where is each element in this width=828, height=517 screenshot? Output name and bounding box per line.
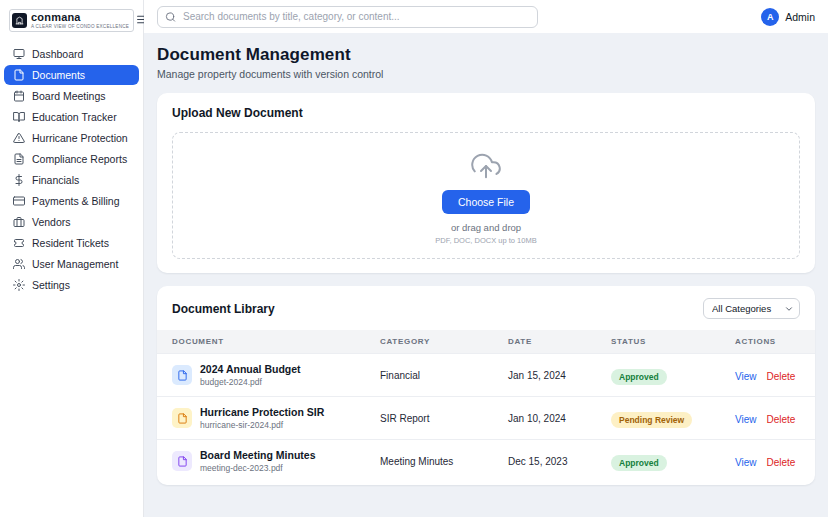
library-header: Document Library All Categories	[157, 286, 815, 330]
report-icon	[13, 153, 25, 165]
sidebar-item-resident-tickets[interactable]: Resident Tickets	[4, 233, 139, 253]
column-header-category: Category	[372, 330, 500, 354]
sidebar-item-label: Dashboard	[32, 48, 83, 60]
document-date: Dec 15, 2023	[500, 440, 603, 483]
file-icon	[172, 365, 192, 385]
sidebar-item-label: Settings	[32, 279, 70, 291]
view-link[interactable]: View	[735, 414, 757, 425]
column-header-document: Document	[157, 330, 372, 354]
upload-card-title: Upload New Document	[172, 106, 800, 120]
brand[interactable]: conmana A CLEAR VIEW OF CONDO EXCELLENCE	[9, 9, 134, 32]
dashboard-icon	[13, 48, 25, 60]
sidebar-item-label: Resident Tickets	[32, 237, 109, 249]
page-title: Document Management	[157, 45, 815, 65]
alert-triangle-icon	[13, 132, 25, 144]
sidebar-item-education-tracker[interactable]: Education Tracker	[4, 107, 139, 127]
sidebar-item-label: Compliance Reports	[32, 153, 127, 165]
document-category: Meeting Minutes	[372, 440, 500, 483]
book-icon	[13, 111, 25, 123]
brand-name: conmana	[31, 12, 129, 23]
search-input[interactable]	[157, 6, 538, 28]
document-filename: meeting-dec-2023.pdf	[200, 463, 316, 473]
user-menu[interactable]: A Admin	[761, 8, 815, 26]
search-icon	[165, 11, 176, 22]
sidebar-item-label: Vendors	[32, 216, 71, 228]
documents-table: DocumentCategoryDateStatusActions 2024 A…	[157, 330, 815, 482]
search-box	[157, 6, 538, 28]
content: Document Management Manage property docu…	[144, 33, 828, 517]
sidebar-item-financials[interactable]: Financials	[4, 170, 139, 190]
sidebar-item-label: Hurricane Protection	[32, 132, 128, 144]
column-header-status: Status	[603, 330, 727, 354]
briefcase-icon	[13, 216, 25, 228]
users-icon	[13, 258, 25, 270]
sidebar-item-user-management[interactable]: User Management	[4, 254, 139, 274]
topbar: A Admin	[144, 0, 828, 33]
category-filter: All Categories	[703, 298, 800, 319]
sidebar-item-label: Board Meetings	[32, 90, 106, 102]
sidebar-item-compliance-reports[interactable]: Compliance Reports	[4, 149, 139, 169]
table-row: Board Meeting Minutesmeeting-dec-2023.pd…	[157, 440, 815, 483]
sidebar-item-label: Payments & Billing	[32, 195, 120, 207]
sidebar-nav: DashboardDocumentsBoard MeetingsEducatio…	[0, 44, 143, 295]
sidebar-item-label: Financials	[32, 174, 79, 186]
delete-link[interactable]: Delete	[767, 414, 796, 425]
sidebar-item-label: Education Tracker	[32, 111, 117, 123]
avatar: A	[761, 8, 779, 26]
upload-cloud-icon	[471, 151, 501, 181]
view-link[interactable]: View	[735, 457, 757, 468]
sidebar-item-hurricane-protection[interactable]: Hurricane Protection	[4, 128, 139, 148]
document-title: Hurricane Protection SIR	[200, 406, 324, 418]
brand-text: conmana A CLEAR VIEW OF CONDO EXCELLENCE	[31, 12, 129, 29]
file-icon	[172, 408, 192, 428]
main-column: A Admin Document Management Manage prope…	[144, 0, 828, 517]
sidebar-item-payments-billing[interactable]: Payments & Billing	[4, 191, 139, 211]
gear-icon	[13, 279, 25, 291]
credit-card-icon	[13, 195, 25, 207]
file-icon	[172, 451, 192, 471]
status-badge: Approved	[611, 455, 667, 471]
ticket-icon	[13, 237, 25, 249]
document-filename: budget-2024.pdf	[200, 377, 301, 387]
library-title: Document Library	[172, 302, 275, 316]
choose-file-button[interactable]: Choose File	[442, 190, 530, 214]
sidebar-item-documents[interactable]: Documents	[4, 65, 139, 85]
sidebar-header: conmana A CLEAR VIEW OF CONDO EXCELLENCE	[0, 0, 143, 44]
sidebar-item-board-meetings[interactable]: Board Meetings	[4, 86, 139, 106]
column-header-actions: Actions	[727, 330, 815, 354]
table-row: 2024 Annual Budgetbudget-2024.pdfFinanci…	[157, 354, 815, 397]
document-category: Financial	[372, 354, 500, 397]
file-type-hint: PDF, DOC, DOCX up to 10MB	[435, 236, 536, 245]
document-title: 2024 Annual Budget	[200, 363, 301, 375]
table-header-row: DocumentCategoryDateStatusActions	[157, 330, 815, 354]
brand-tagline: A CLEAR VIEW OF CONDO EXCELLENCE	[31, 24, 129, 29]
sidebar-item-vendors[interactable]: Vendors	[4, 212, 139, 232]
delete-link[interactable]: Delete	[767, 457, 796, 468]
page-subtitle: Manage property documents with version c…	[157, 68, 815, 80]
sidebar-item-label: User Management	[32, 258, 118, 270]
sidebar-item-dashboard[interactable]: Dashboard	[4, 44, 139, 64]
document-date: Jan 10, 2024	[500, 397, 603, 440]
sidebar-item-label: Documents	[32, 69, 85, 81]
dollar-icon	[13, 174, 25, 186]
calendar-icon	[13, 90, 25, 102]
status-badge: Pending Review	[611, 412, 692, 428]
upload-card: Upload New Document Choose File or drag …	[157, 93, 815, 273]
document-library-card: Document Library All Categories Document…	[157, 286, 815, 485]
view-link[interactable]: View	[735, 371, 757, 382]
documents-icon	[13, 69, 25, 81]
drag-drop-text: or drag and drop	[451, 222, 521, 233]
document-title: Board Meeting Minutes	[200, 449, 316, 461]
table-row: Hurricane Protection SIRhurricane-sir-20…	[157, 397, 815, 440]
document-date: Jan 15, 2024	[500, 354, 603, 397]
user-name: Admin	[785, 11, 815, 23]
sidebar: conmana A CLEAR VIEW OF CONDO EXCELLENCE…	[0, 0, 144, 517]
delete-link[interactable]: Delete	[767, 371, 796, 382]
brand-logo-icon	[12, 13, 27, 28]
column-header-date: Date	[500, 330, 603, 354]
sidebar-item-settings[interactable]: Settings	[4, 275, 139, 295]
document-category: SIR Report	[372, 397, 500, 440]
upload-dropzone[interactable]: Choose File or drag and drop PDF, DOC, D…	[172, 132, 800, 259]
status-badge: Approved	[611, 369, 667, 385]
category-filter-select[interactable]: All Categories	[703, 298, 800, 319]
